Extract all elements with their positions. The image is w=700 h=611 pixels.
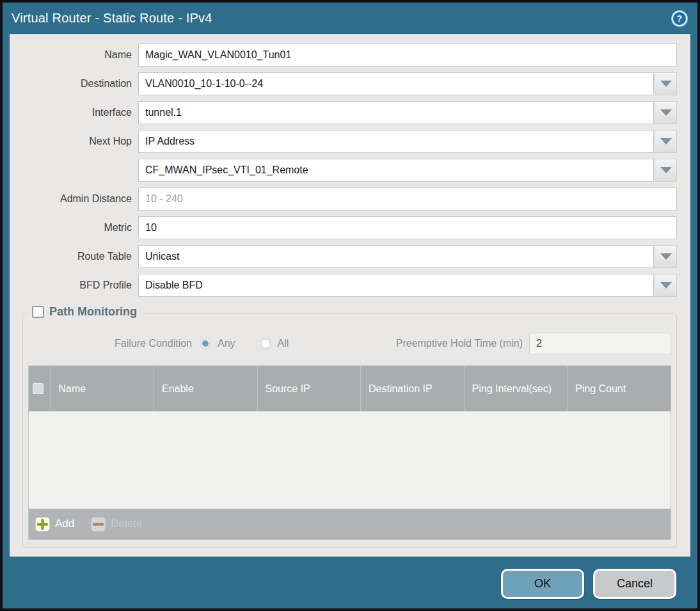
failure-condition-label: Failure Condition <box>28 338 200 349</box>
dialog-content: Name Destination Interface <box>10 34 690 557</box>
destination-dropdown-button[interactable] <box>655 72 677 95</box>
next-hop-address-dropdown-button[interactable] <box>655 159 677 182</box>
route-table-label: Route Table <box>10 251 138 262</box>
help-icon[interactable]: ? <box>671 10 688 28</box>
add-button[interactable]: Add <box>35 517 74 532</box>
chevron-down-icon <box>660 81 672 87</box>
chevron-down-icon <box>660 253 672 260</box>
plus-icon <box>35 517 50 532</box>
select-all-checkbox[interactable] <box>33 383 44 394</box>
column-header-destination-ip[interactable]: Destination IP <box>361 366 465 411</box>
table-empty-body <box>29 411 671 509</box>
form-row-admin-distance: Admin Distance <box>10 187 677 210</box>
table-header-row: Name Enable Source IP Destination IP Pin… <box>29 366 671 411</box>
route-table-input[interactable] <box>138 245 654 268</box>
path-monitoring-checkbox[interactable] <box>32 306 44 318</box>
form-row-destination: Destination <box>10 72 677 95</box>
path-monitoring-legend: Path Monitoring <box>27 305 142 319</box>
preemptive-hold-time-input[interactable] <box>529 333 671 354</box>
dialog-footer: OK Cancel <box>3 559 697 608</box>
form-row-interface: Interface <box>10 101 677 124</box>
preemptive-hold-time-label: Preemptive Hold Time (min) <box>396 338 529 349</box>
chevron-down-icon <box>660 167 672 173</box>
add-button-label: Add <box>55 518 74 530</box>
form-row-bfd-profile: BFD Profile <box>10 274 677 297</box>
path-monitoring-table: Name Enable Source IP Destination IP Pin… <box>28 365 671 540</box>
metric-label: Metric <box>10 222 138 234</box>
form-row-route-table: Route Table <box>10 245 677 268</box>
route-table-dropdown-button[interactable] <box>655 245 677 268</box>
bfd-profile-dropdown-button[interactable] <box>655 274 677 297</box>
failure-condition-row: Failure Condition Any All Preemptive Hol… <box>28 332 671 355</box>
interface-label: Interface <box>10 107 138 118</box>
svg-text:?: ? <box>677 13 683 24</box>
column-header-source-ip[interactable]: Source IP <box>257 366 361 411</box>
static-route-dialog: Virtual Router - Static Route - IPv4 ? N… <box>0 0 700 611</box>
chevron-down-icon <box>660 282 672 289</box>
table-footer: Add Delete <box>29 509 671 539</box>
interface-dropdown-button[interactable] <box>655 101 677 124</box>
next-hop-address-input[interactable] <box>138 159 654 182</box>
path-monitoring-group: Path Monitoring Failure Condition Any Al… <box>22 313 677 548</box>
bfd-profile-input[interactable] <box>138 274 654 297</box>
form-row-name: Name <box>10 44 677 67</box>
admin-distance-label: Admin Distance <box>10 193 138 205</box>
failure-condition-all-option[interactable]: All <box>260 338 289 349</box>
delete-button-label: Delete <box>111 518 142 530</box>
column-header-name[interactable]: Name <box>51 366 154 411</box>
form-row-next-hop-address <box>10 159 677 182</box>
radio-all-icon[interactable] <box>260 338 271 349</box>
select-all-column <box>29 366 51 411</box>
chevron-down-icon <box>660 109 672 116</box>
interface-input[interactable] <box>138 101 654 124</box>
destination-input[interactable] <box>138 72 654 95</box>
path-monitoring-title: Path Monitoring <box>49 305 137 319</box>
form-row-next-hop: Next Hop <box>10 130 677 153</box>
destination-label: Destination <box>10 78 138 90</box>
next-hop-type-dropdown-button[interactable] <box>655 130 677 153</box>
name-input[interactable] <box>138 44 677 67</box>
next-hop-label: Next Hop <box>10 136 138 147</box>
next-hop-type-input[interactable] <box>138 130 654 153</box>
radio-any-icon[interactable] <box>200 338 211 349</box>
bfd-profile-label: BFD Profile <box>10 280 138 291</box>
ok-button[interactable]: OK <box>501 569 584 599</box>
cancel-button[interactable]: Cancel <box>593 569 676 599</box>
admin-distance-input[interactable] <box>138 187 677 210</box>
delete-button: Delete <box>91 517 142 532</box>
radio-any-label: Any <box>218 338 235 349</box>
failure-condition-any-option[interactable]: Any <box>200 338 235 349</box>
form-row-metric: Metric <box>10 216 677 239</box>
chevron-down-icon <box>660 138 672 145</box>
radio-all-label: All <box>278 338 289 349</box>
column-header-enable[interactable]: Enable <box>154 366 258 411</box>
column-header-ping-interval[interactable]: Ping Interval(sec) <box>464 366 568 411</box>
metric-input[interactable] <box>138 216 677 239</box>
dialog-titlebar: Virtual Router - Static Route - IPv4 ? <box>3 3 697 34</box>
minus-icon <box>91 517 106 532</box>
column-header-ping-count[interactable]: Ping Count <box>568 366 671 411</box>
name-label: Name <box>10 49 138 61</box>
dialog-title: Virtual Router - Static Route - IPv4 <box>12 11 212 26</box>
